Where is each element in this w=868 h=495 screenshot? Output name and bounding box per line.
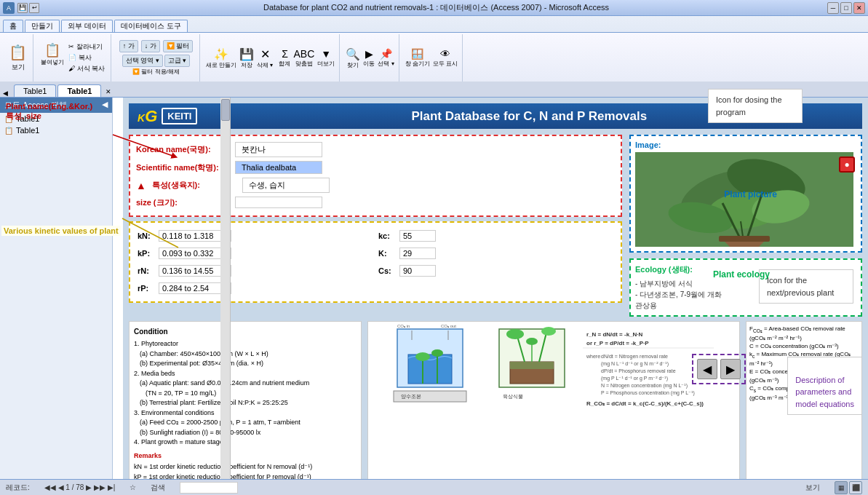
ribbon-section-find: 🔍 찾기 ▶ 이동 📌 선택 ▾: [341, 34, 399, 82]
window-title: Database for plant CO2 and nutrient remo…: [45, 2, 827, 13]
ribbon-section-view: 📋 보기: [3, 34, 33, 82]
cut-btn[interactable]: ✂ 잘라내기: [68, 42, 105, 52]
nav-item-table1-second[interactable]: 📋 Table1: [0, 124, 112, 136]
condition-item-2a: (a) Aquatic plant: sand Ø0.08 0.24cm and…: [140, 379, 357, 389]
nav-collapse-btn[interactable]: ◀: [102, 100, 108, 109]
triangle-marker: ▲: [136, 180, 146, 191]
condition-item-3: 3. Environmental conditions: [134, 408, 357, 419]
prev-record-btn[interactable]: ◀: [697, 359, 717, 379]
search-label: 검색: [151, 483, 165, 493]
maximize-btn[interactable]: □: [840, 2, 852, 14]
cs-label: Cs:: [378, 266, 397, 275]
minimize-btn[interactable]: ─: [827, 2, 839, 14]
view-toggle: ▦ ⬛: [835, 481, 862, 494]
kc-row: kc: 55: [377, 229, 615, 243]
annotation-plant-name-text: Plant name(Eng.&Kor.): [6, 102, 92, 111]
size-label: size (크기):: [136, 197, 231, 208]
search-input[interactable]: [180, 482, 238, 494]
close-icon-annotation-box: Icon for dosing the program: [708, 89, 803, 123]
advanced-filter-btn[interactable]: 고급 ▾: [164, 55, 191, 67]
datasheet-view-btn[interactable]: ▦: [835, 481, 848, 494]
logo-kgj: KG: [138, 108, 157, 124]
kinetic-box: kN: 0.118 to 1.318 kc: 55 kP: 0.093 to 0…: [129, 221, 622, 303]
more-btn[interactable]: ▼ 더보기: [317, 48, 335, 68]
scroll-thumb[interactable]: [221, 99, 230, 121]
record-new-btn[interactable]: ☆: [130, 483, 136, 491]
rp-label: rP:: [138, 284, 156, 293]
condition-box: Condition 1. Phytoreactor (a) Chamber: 4…: [129, 321, 362, 479]
view-label: 보기: [12, 63, 25, 72]
kn-label: kN:: [138, 231, 156, 240]
copy-btn[interactable]: 📄 복사: [68, 53, 105, 63]
select-btn[interactable]: 📌 선택 ▾: [378, 48, 394, 68]
save-quick-btn[interactable]: 💾: [17, 3, 28, 13]
svg-text:(mg P L⁻¹ d⁻¹ or g P m⁻² d⁻¹): (mg P L⁻¹ d⁻¹ or g P m⁻² d⁻¹): [601, 376, 668, 381]
plant-ecology-annotation: Plant ecology: [713, 269, 770, 280]
status-bar: 레코드: ◀◀ ◀ 1 / 78 ▶ ▶▶ ▶| ☆ 검색 보기 ▦ ⬛: [0, 479, 868, 495]
view-icon[interactable]: 📋: [9, 44, 27, 61]
korean-name-label: Korean name(국명):: [136, 144, 231, 155]
close-btn[interactable]: ✕: [853, 2, 865, 14]
sum-btn[interactable]: Σ 합계: [279, 48, 290, 68]
new-record-btn[interactable]: ✨ 새로 만들기: [206, 47, 236, 69]
vertical-scroll[interactable]: [220, 98, 231, 479]
close-program-btn[interactable]: ●: [839, 157, 855, 173]
paste-btn[interactable]: 📋 붙여넣기: [41, 42, 64, 74]
remark-1: kN = 1st order kinetic reduction coeffic…: [134, 462, 357, 472]
next-prev-annotation-box: Icon for the next/previous plant: [759, 269, 853, 304]
condition-item-2: 2. Media beds: [134, 369, 357, 379]
size-value[interactable]: [235, 197, 322, 208]
app-icon: A: [3, 2, 15, 14]
next-prev-annotation-text: Icon for the next/previous plant: [767, 276, 834, 297]
form-view-btn[interactable]: ⬛: [849, 481, 862, 494]
condition-item-1b: (b) Experimental pot: Ø35×45cm (dia. × H…: [140, 359, 357, 369]
view-label: 보기: [805, 483, 820, 493]
scientific-name-value[interactable]: Thalia dealbata: [235, 161, 322, 174]
find-btn[interactable]: 🔍 찾기: [346, 47, 360, 69]
svg-text:CO₂ out: CO₂ out: [441, 324, 456, 328]
ribbon-tab-create[interactable]: 만들기: [25, 20, 60, 32]
ribbon-tab-home[interactable]: 홈: [3, 20, 23, 32]
format-btn[interactable]: 🖌 서식 복사: [68, 64, 105, 74]
logo-area: KG KEITI: [138, 108, 197, 124]
bottom-section: Condition 1. Phytoreactor (a) Chamber: 4…: [129, 321, 862, 479]
record-nav: ◀◀ ◀ 1 / 78 ▶ ▶▶ ▶|: [44, 483, 116, 491]
svg-text:dN/dt = Nitrogen removal rate: dN/dt = Nitrogen removal rate: [601, 354, 668, 360]
korean-name-value[interactable]: 붓칸나: [235, 142, 322, 157]
remark-2: kP = 1st order kinetic reduction coeffic…: [134, 472, 357, 480]
cs-value[interactable]: 90: [399, 265, 436, 277]
selection-filter-btn[interactable]: 선택 영역 ▾: [122, 55, 163, 67]
show-all-btn[interactable]: 👁 모두 표시: [433, 48, 458, 68]
apply-filter-btn[interactable]: 🔽 필터 적용/해제: [132, 68, 180, 76]
plant-image-container: [635, 152, 856, 247]
plant-image: [635, 152, 853, 247]
svg-text:(mg N L⁻¹ d⁻¹ or g N m⁻² d⁻¹): (mg N L⁻¹ d⁻¹ or g N m⁻² d⁻¹): [601, 361, 669, 367]
descending-sort-btn[interactable]: ↓ 가: [141, 40, 160, 52]
k-value[interactable]: 29: [399, 248, 436, 259]
save-record-btn[interactable]: 💾 저장: [239, 47, 254, 69]
annotation-kinetics-text: Various kinetic values of plant: [4, 226, 119, 235]
char-value[interactable]: 수생, 습지: [242, 178, 330, 193]
ribbon-tab-tools[interactable]: 데이터베이스 도구: [114, 20, 188, 32]
param-c: C = CO₂ concentration (gCO₂ m⁻³): [749, 342, 859, 350]
delete-record-btn[interactable]: ✕ 삭제 ▾: [257, 47, 273, 69]
filter-btn[interactable]: 🔽 필터: [163, 40, 194, 52]
close-tab-btn[interactable]: ✕: [103, 87, 114, 97]
nav-toggle[interactable]: ◀: [3, 90, 8, 97]
svg-text:N = Nitrogen concentration (mg: N = Nitrogen concentration (mg N L⁻¹): [601, 383, 688, 389]
next-record-btn[interactable]: ▶: [720, 359, 741, 379]
tab-table1-first[interactable]: Table1: [14, 84, 56, 97]
goto-btn[interactable]: ▶ 이동: [363, 48, 375, 68]
svg-text:P = Phosphorus concentration (: P = Phosphorus concentration (mg P L⁻¹): [601, 390, 695, 396]
rp-row: rP: 0.284 to 2.54: [136, 281, 374, 296]
ribbon-tab-external[interactable]: 외부 데이터: [61, 20, 113, 32]
hide-window-btn[interactable]: 🪟 창 숨기기: [405, 48, 430, 68]
cs-row: Cs: 90: [377, 264, 615, 278]
kc-value[interactable]: 55: [399, 230, 436, 242]
quick-access-toolbar: 💾 ↩: [17, 3, 39, 13]
scientific-name-label: Scientific name(학명):: [136, 162, 231, 173]
ascending-sort-btn[interactable]: ↑ 가: [119, 40, 138, 52]
tab-table1-active[interactable]: Table1: [57, 84, 101, 97]
spell-btn[interactable]: ABC 맞춤법: [293, 48, 314, 68]
undo-quick-btn[interactable]: ↩: [29, 3, 39, 13]
